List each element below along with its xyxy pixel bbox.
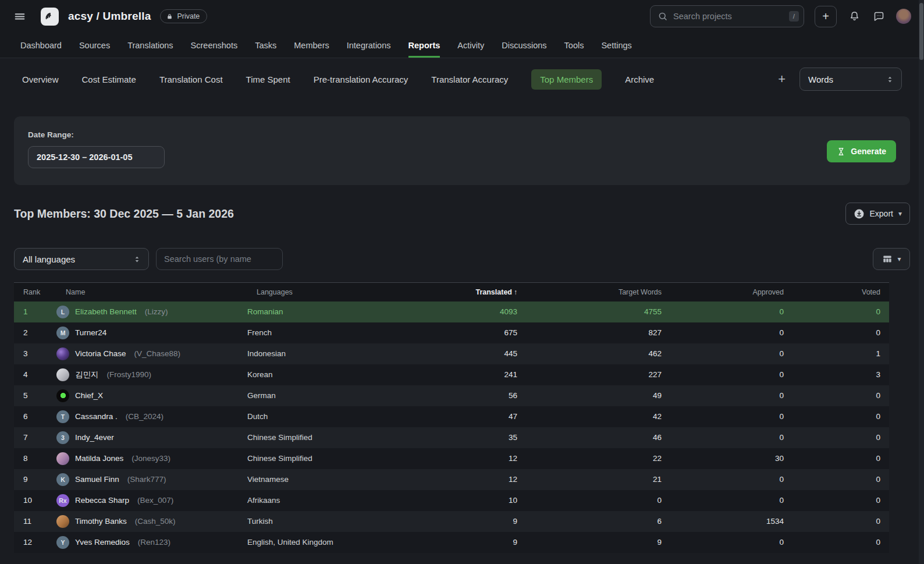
- table-row[interactable]: 3Victoria Chase(V_Chase88)Indonesian4454…: [14, 343, 889, 364]
- member-username: (Shark777): [127, 475, 166, 484]
- member-name-link[interactable]: Turner24: [75, 328, 106, 337]
- notifications-bell-icon[interactable]: [847, 9, 861, 23]
- user-search-input[interactable]: [156, 248, 283, 270]
- nav-tab-screenshots[interactable]: Screenshots: [191, 33, 238, 58]
- approved-cell: 0: [662, 385, 784, 406]
- generate-button[interactable]: Generate: [827, 140, 896, 162]
- date-range-input[interactable]: [28, 146, 165, 168]
- target-words-cell: 46: [517, 427, 662, 448]
- member-avatar: [56, 389, 69, 402]
- scrollbar-thumb[interactable]: [919, 3, 923, 60]
- user-avatar[interactable]: [896, 9, 911, 24]
- table-row[interactable]: 2MTurner24French67582700: [14, 322, 889, 343]
- member-name-link[interactable]: Indy_4ever: [75, 433, 114, 442]
- table-row[interactable]: 6TCassandra .(CB_2024)Dutch474200: [14, 406, 889, 427]
- search-input[interactable]: [673, 12, 784, 21]
- add-report-button[interactable]: +: [778, 73, 786, 86]
- rank-cell: 4: [14, 364, 56, 385]
- languages-cell: Chinese Simplified: [247, 448, 410, 469]
- member-name-link[interactable]: Samuel Finn: [75, 475, 119, 484]
- column-settings-button[interactable]: ▾: [873, 248, 910, 270]
- nav-tab-tasks[interactable]: Tasks: [255, 33, 276, 58]
- messages-chat-icon[interactable]: [872, 9, 886, 23]
- report-tab-translator-accuracy[interactable]: Translator Accuracy: [431, 75, 508, 84]
- column-header-translated[interactable]: Translated↑: [410, 283, 517, 301]
- nav-tab-integrations[interactable]: Integrations: [347, 33, 391, 58]
- member-avatar: M: [56, 327, 69, 339]
- project-search[interactable]: /: [650, 5, 804, 27]
- nav-tab-settings[interactable]: Settings: [601, 33, 631, 58]
- reports-subnav: OverviewCost EstimateTranslation CostTim…: [0, 58, 924, 100]
- language-filter-select[interactable]: All languages: [14, 248, 149, 270]
- report-tab-top-members[interactable]: Top Members: [531, 69, 602, 90]
- member-cell: Matilda Jones(Jonesy33): [56, 448, 247, 469]
- project-nav: DashboardSourcesTranslationsScreenshotsT…: [0, 33, 924, 58]
- unit-selector[interactable]: Words: [799, 68, 902, 91]
- member-name-link[interactable]: Yves Remedios: [75, 538, 130, 547]
- hamburger-menu-icon[interactable]: [13, 9, 27, 23]
- column-header-voted[interactable]: Voted: [784, 283, 889, 301]
- nav-tab-tools[interactable]: Tools: [564, 33, 584, 58]
- member-username: (Lizzy): [145, 307, 168, 316]
- member-username: (Bex_007): [137, 496, 173, 505]
- table-row[interactable]: 12YYves Remedios(Ren123)English, United …: [14, 532, 889, 553]
- table-row[interactable]: 73Indy_4everChinese Simplified354600: [14, 427, 889, 448]
- nav-tab-discussions[interactable]: Discussions: [502, 33, 546, 58]
- table-row[interactable]: 9KSamuel Finn(Shark777)Vietnamese122100: [14, 469, 889, 490]
- table-row[interactable]: 5Chief_XGerman564900: [14, 385, 889, 406]
- nav-tab-members[interactable]: Members: [294, 33, 329, 58]
- approved-cell: 1534: [662, 511, 784, 532]
- table-row[interactable]: 1LElizabeth Bennett(Lizzy)Romanian409347…: [14, 301, 889, 322]
- column-header-rank[interactable]: Rank: [14, 283, 56, 301]
- nav-tab-reports[interactable]: Reports: [408, 33, 440, 58]
- member-name-link[interactable]: Rebecca Sharp: [75, 496, 129, 505]
- member-name-link[interactable]: Cassandra .: [75, 412, 118, 421]
- report-tab-translation-cost[interactable]: Translation Cost: [159, 75, 223, 84]
- voted-cell: 0: [784, 406, 889, 427]
- report-tab-archive[interactable]: Archive: [625, 75, 654, 84]
- member-name-link[interactable]: Elizabeth Bennett: [75, 307, 137, 316]
- voted-cell: 0: [784, 427, 889, 448]
- table-row[interactable]: 10RxRebecca Sharp(Bex_007)Afrikaans10000: [14, 490, 889, 511]
- create-project-button[interactable]: +: [815, 6, 837, 27]
- table-row[interactable]: 11Timothy Banks(Cash_50k)Turkish9615340: [14, 511, 889, 532]
- report-tab-time-spent[interactable]: Time Spent: [246, 75, 290, 84]
- sort-asc-icon: ↑: [514, 288, 517, 296]
- nav-tab-dashboard[interactable]: Dashboard: [20, 33, 62, 58]
- nav-tab-translations[interactable]: Translations: [127, 33, 173, 58]
- member-avatar: L: [56, 306, 69, 318]
- member-name-link[interactable]: Matilda Jones: [75, 454, 123, 463]
- report-tab-cost-estimate[interactable]: Cost Estimate: [82, 75, 136, 84]
- column-header-name[interactable]: Name: [56, 283, 247, 301]
- report-tab-pre-translation-accuracy[interactable]: Pre-translation Accuracy: [314, 75, 408, 84]
- column-header-approved[interactable]: Approved: [662, 283, 784, 301]
- column-header-languages[interactable]: Languages: [247, 283, 410, 301]
- report-tab-overview[interactable]: Overview: [22, 75, 59, 84]
- unit-selector-value: Words: [808, 75, 833, 84]
- approved-cell: 0: [662, 490, 784, 511]
- member-username: (Jonesy33): [132, 454, 170, 463]
- nav-tab-sources[interactable]: Sources: [79, 33, 110, 58]
- target-words-cell: 9: [517, 532, 662, 553]
- approved-cell: 0: [662, 322, 784, 343]
- table-row[interactable]: 8Matilda Jones(Jonesy33)Chinese Simplifi…: [14, 448, 889, 469]
- export-button[interactable]: Export ▾: [845, 203, 911, 225]
- column-header-target-words[interactable]: Target Words: [517, 283, 662, 301]
- member-name-link[interactable]: Chief_X: [75, 391, 103, 400]
- scrollbar-track[interactable]: [919, 0, 924, 564]
- approved-cell: 0: [662, 427, 784, 448]
- member-name-link[interactable]: 김민지: [75, 370, 99, 380]
- export-button-label: Export: [870, 209, 893, 218]
- member-username: (CB_2024): [126, 412, 164, 421]
- voted-cell: 0: [784, 301, 889, 322]
- translated-cell: 10: [410, 490, 517, 511]
- translated-cell: 47: [410, 406, 517, 427]
- member-name-link[interactable]: Victoria Chase: [75, 349, 126, 358]
- chevron-updown-icon: [133, 255, 141, 264]
- table-row[interactable]: 4김민지(Frosty1990)Korean24122703: [14, 364, 889, 385]
- nav-tab-activity[interactable]: Activity: [457, 33, 484, 58]
- member-name-link[interactable]: Timothy Banks: [75, 517, 127, 526]
- translated-cell: 35: [410, 427, 517, 448]
- target-words-cell: 49: [517, 385, 662, 406]
- app-logo-icon[interactable]: [41, 8, 59, 26]
